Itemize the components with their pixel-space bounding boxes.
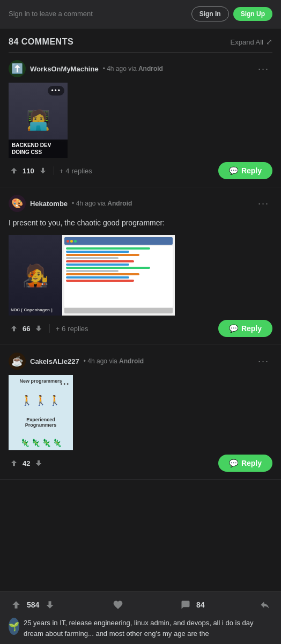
prog-exp-figure-3: 🦎 xyxy=(42,438,51,447)
sign-up-button[interactable]: Sign Up xyxy=(233,7,272,21)
downvote-button-1[interactable] xyxy=(38,165,48,176)
ndc-left: 🧑‍🎤 NDC [ Copenhagen ] xyxy=(9,235,62,316)
replies-link-1[interactable]: + 4 replies xyxy=(60,167,92,175)
signin-text: Sign in to leave a comment xyxy=(9,9,191,19)
more-options-2[interactable]: ··· xyxy=(255,197,272,210)
via-sep-2: via xyxy=(98,200,108,207)
meta-dot-1: • xyxy=(103,65,105,72)
prog-figure-2: 🚶 xyxy=(35,394,47,406)
reply-icon-1: 💬 xyxy=(229,166,238,175)
comments-count: 84 COMMENTS xyxy=(9,37,73,47)
comment-image-2: 🧑‍🎤 NDC [ Copenhagen ] xyxy=(9,235,175,316)
reply-button-1[interactable]: 💬 Reply xyxy=(218,162,272,179)
comment-group: 84 xyxy=(178,597,205,612)
bottom-upvote-button[interactable] xyxy=(9,597,24,612)
vote-divider-1 xyxy=(54,166,54,175)
via-platform-1: Android xyxy=(138,65,163,72)
prog-figure-3: 🚶 xyxy=(49,394,61,406)
replies-plus-1: + xyxy=(60,167,64,175)
avatar-1: ⬆️ xyxy=(9,60,26,77)
vote-divider-2 xyxy=(49,324,50,333)
replies-suffix-1: replies xyxy=(72,167,92,175)
replies-link-2[interactable]: + 6 replies xyxy=(55,325,88,333)
more-options-1[interactable]: ··· xyxy=(255,62,272,76)
user-info-1: ⬆️ WorksOnMyMachine • 4h ago via Android xyxy=(9,60,163,77)
bottom-comment-button[interactable] xyxy=(178,597,193,612)
prog-exp-figure-1: 🦎 xyxy=(20,438,29,447)
meta-3: • 4h ago via Android xyxy=(84,357,144,365)
image-dots-1: ••• xyxy=(48,86,64,96)
upvote-button-2[interactable] xyxy=(9,323,19,334)
replies-count-2: 6 xyxy=(62,325,65,333)
signin-actions: Sign In Sign Up xyxy=(191,6,272,21)
upvote-group: 584 xyxy=(9,597,57,612)
comment-footer-3: 42 💬 Reply xyxy=(9,450,272,479)
code-line-1 xyxy=(66,247,150,250)
upvote-button-1[interactable] xyxy=(9,165,19,176)
avatar-img-2: 🎨 xyxy=(9,195,26,212)
bottom-share-button[interactable] xyxy=(257,597,272,612)
user-info-2: 🎨 Hekatombe • 4h ago via Android xyxy=(9,195,132,212)
vote-count-3: 42 xyxy=(23,459,30,467)
bottom-downvote-button[interactable] xyxy=(42,597,57,612)
reply-button-2[interactable]: 💬 Reply xyxy=(218,320,272,337)
comment-text-2: I present to you, the chaotic good progr… xyxy=(9,217,272,229)
ndc-dot-green xyxy=(74,240,77,243)
comment-image-1: 🧑‍💻 ••• BACKEND DEV DOING CSS xyxy=(9,83,68,158)
user-info-3: ☕ CakeIsALie227 • 4h ago via Android xyxy=(9,353,144,370)
meta-1: • 4h ago via Android xyxy=(103,65,163,72)
code-line-6 xyxy=(66,264,129,266)
bottom-comment-row: 🌱 25 years in IT, release engineering, l… xyxy=(9,618,272,639)
expand-icon: ⤢ xyxy=(266,38,272,46)
prog-figures: 🚶 🚶 🚶 xyxy=(21,394,61,406)
meme-caption-1: BACKEND DEV DOING CSS xyxy=(9,140,68,158)
code-line-5 xyxy=(66,260,134,262)
meta-dot-3: • xyxy=(84,357,86,365)
partial-avatar-emoji: 🌱 xyxy=(9,621,19,632)
via-sep-1: via xyxy=(128,65,138,72)
comment-hekatombe: 🎨 Hekatombe • 4h ago via Android ··· I p… xyxy=(0,187,281,345)
partial-avatar: 🌱 xyxy=(9,618,19,635)
expand-all-button[interactable]: Expand All ⤢ xyxy=(231,38,272,46)
username-2[interactable]: Hekatombe xyxy=(30,200,68,208)
signin-bar: Sign in to leave a comment Sign In Sign … xyxy=(0,0,281,28)
comment-footer-1: 110 + 4 replies 💬 Reply xyxy=(9,158,272,187)
reply-button-3[interactable]: 💬 Reply xyxy=(218,455,272,472)
ndc-screen xyxy=(62,235,175,316)
downvote-button-3[interactable] xyxy=(33,458,44,469)
sign-in-button[interactable]: Sign In xyxy=(191,6,229,21)
bottom-heart-button[interactable] xyxy=(110,597,125,612)
bottom-comment-count: 84 xyxy=(196,601,205,609)
username-3[interactable]: CakeIsALie227 xyxy=(30,357,79,365)
meme-caption-line1: BACKEND DEV xyxy=(12,142,64,149)
more-options-3[interactable]: ··· xyxy=(255,355,272,368)
code-line-3 xyxy=(66,254,139,256)
bottom-actions: 584 84 xyxy=(9,597,272,612)
replies-plus-2: + xyxy=(55,325,60,333)
vote-count-2: 66 xyxy=(23,325,30,333)
avatar-2: 🎨 xyxy=(9,195,26,212)
ndc-person-icon: 🧑‍🎤 xyxy=(22,263,49,288)
time-1: 4h ago xyxy=(107,65,127,72)
ndc-label: NDC [ Copenhagen ] xyxy=(11,308,53,312)
ndc-taskbar xyxy=(64,308,173,313)
meme-caption-line2: DOING CSS xyxy=(12,149,64,156)
meme-person-icon-1: 🧑‍💻 xyxy=(26,109,50,131)
ndc-code-area xyxy=(64,246,173,307)
code-line-8 xyxy=(66,270,119,272)
prog-exp-figure-2: 🦎 xyxy=(31,438,40,447)
ndc-dot-red xyxy=(66,240,69,243)
comment-worksOnMyMachine: ⬆️ WorksOnMyMachine • 4h ago via Android… xyxy=(0,53,281,187)
upvote-button-3[interactable] xyxy=(9,458,19,469)
reply-icon-3: 💬 xyxy=(229,459,238,467)
code-line-7 xyxy=(66,267,150,269)
reply-label-3: Reply xyxy=(241,459,262,467)
replies-count-1: 4 xyxy=(65,167,69,175)
vote-row-1: 110 + 4 replies xyxy=(9,165,92,176)
meta-2: • 4h ago via Android xyxy=(72,200,132,207)
downvote-button-2[interactable] xyxy=(33,323,44,334)
prog-exp-figure-4: 🦎 xyxy=(53,438,62,447)
vote-row-3: 42 xyxy=(9,458,44,469)
avatar-img-1: ⬆️ xyxy=(9,60,26,77)
username-1[interactable]: WorksOnMyMachine xyxy=(30,65,99,73)
